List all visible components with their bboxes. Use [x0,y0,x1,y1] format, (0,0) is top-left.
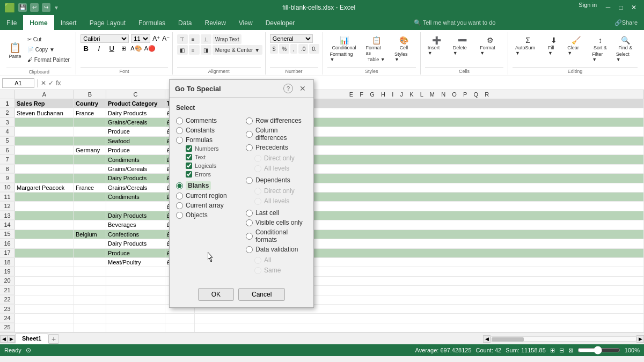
objects-radio[interactable] [176,212,183,219]
option-precedents[interactable]: Precedents [246,143,307,152]
option-constants[interactable]: Constants [176,125,237,135]
dv-same-radio[interactable] [254,267,261,274]
dialog-options-grid: Comments Constants Formulas [176,116,307,277]
option-data-validation[interactable]: Data validation [246,245,307,254]
option-visible-cells[interactable]: Visible cells only [246,218,307,227]
all-levels2-label: All levels [264,197,289,205]
dialog-footer: OK Cancel [170,284,313,307]
option-blanks[interactable]: Blanks [176,180,237,191]
option-current-region[interactable]: Current region [176,191,237,201]
option-all-levels2[interactable]: All levels [254,196,307,206]
all-levels-label: All levels [264,165,289,172]
dependents-radio[interactable] [246,177,253,184]
dv-same-label: Same [264,267,281,274]
current-array-label: Current array [186,202,224,209]
option-numbers[interactable]: Numbers [186,145,237,152]
formulas-label: Formulas [186,136,213,144]
go-to-special-dialog: Go To Special ? ✕ Select Comments [169,79,314,308]
row-diff-radio[interactable] [246,117,253,124]
option-logicals[interactable]: Logicals [186,162,237,169]
constants-radio[interactable] [176,127,183,134]
direct-only-label: Direct only [264,154,295,162]
option-formulas[interactable]: Formulas [176,135,237,145]
errors-checkbox[interactable] [186,171,192,178]
precedents-radio[interactable] [246,144,253,151]
dialog-overlay: Go To Special ? ✕ Select Comments [0,0,644,362]
errors-label: Errors [195,171,211,178]
option-direct-only2[interactable]: Direct only [254,186,307,196]
last-cell-label: Last cell [255,209,279,217]
visible-cells-radio[interactable] [246,219,253,226]
numbers-label: Numbers [195,145,219,152]
dv-all-radio[interactable] [254,257,261,264]
option-last-cell[interactable]: Last cell [246,208,307,218]
formulas-sub-options: Numbers Text Logicals [186,145,237,178]
dialog-body: Select Comments Constants [170,98,313,284]
option-comments[interactable]: Comments [176,116,237,125]
constants-label: Constants [186,127,215,134]
main-area: A B C D E F G H I J K L M N O P Q R 1 Sa… [0,90,644,333]
direct-only-radio[interactable] [254,155,261,162]
logicals-checkbox[interactable] [186,162,192,169]
option-dv-all[interactable]: All [254,255,307,265]
data-validation-label: Data validation [255,246,298,253]
option-dependents[interactable]: Dependents [246,175,307,185]
comments-radio[interactable] [176,117,183,124]
current-array-radio[interactable] [176,202,183,209]
dialog-left-col: Comments Constants Formulas [176,116,237,277]
all-levels-radio[interactable] [254,165,261,172]
objects-label: Objects [186,211,208,219]
numbers-checkbox[interactable] [186,145,192,152]
direct-only2-radio[interactable] [254,188,261,195]
dv-all-label: All [264,256,271,264]
option-direct-only[interactable]: Direct only [254,153,307,163]
dialog-help-button[interactable]: ? [283,84,293,93]
comments-label: Comments [186,117,217,124]
cond-formats-label: Conditional formats [255,228,307,243]
option-col-diff[interactable]: Column differences [246,125,307,143]
option-objects[interactable]: Objects [176,210,237,220]
dialog-title-text: Go To Special [175,85,221,93]
text-label: Text [195,154,206,160]
current-region-label: Current region [186,192,227,200]
dialog-title-actions: ? ✕ [283,83,308,94]
cancel-button[interactable]: Cancel [238,288,285,301]
direct-only2-label: Direct only [264,187,295,195]
dialog-title-bar[interactable]: Go To Special ? ✕ [170,80,313,98]
blanks-radio[interactable] [176,182,183,189]
precedents-label: Precedents [255,144,288,151]
col-diff-radio[interactable] [246,131,253,138]
option-cond-formats[interactable]: Conditional formats [246,227,307,245]
option-text[interactable]: Text [186,153,237,161]
text-checkbox[interactable] [186,154,192,160]
formulas-radio[interactable] [176,137,183,144]
option-current-array[interactable]: Current array [176,201,237,210]
row-diff-label: Row differences [255,117,302,124]
dialog-right-col: Row differences Column differences Prece… [246,116,307,277]
all-levels2-radio[interactable] [254,198,261,205]
data-validation-radio[interactable] [246,246,253,253]
option-dv-same[interactable]: Same [254,265,307,275]
data-val-sub-options: All Same [254,255,307,275]
option-row-diff[interactable]: Row differences [246,116,307,125]
logicals-label: Logicals [195,162,216,169]
col-diff-label: Column differences [255,127,307,142]
last-cell-radio[interactable] [246,210,253,217]
option-all-levels[interactable]: All levels [254,164,307,173]
cond-formats-radio[interactable] [246,233,253,240]
blanks-label: Blanks [186,181,211,190]
dependents-sub-options: Direct only All levels [254,186,307,206]
dependents-label: Dependents [255,176,290,184]
ok-button[interactable]: OK [198,288,234,301]
visible-cells-label: Visible cells only [255,219,303,226]
current-region-radio[interactable] [176,193,183,200]
precedents-sub-options: Direct only All levels [254,153,307,173]
dialog-close-button[interactable]: ✕ [297,83,308,94]
dialog-section-label: Select [176,104,307,112]
option-errors[interactable]: Errors [186,171,237,178]
